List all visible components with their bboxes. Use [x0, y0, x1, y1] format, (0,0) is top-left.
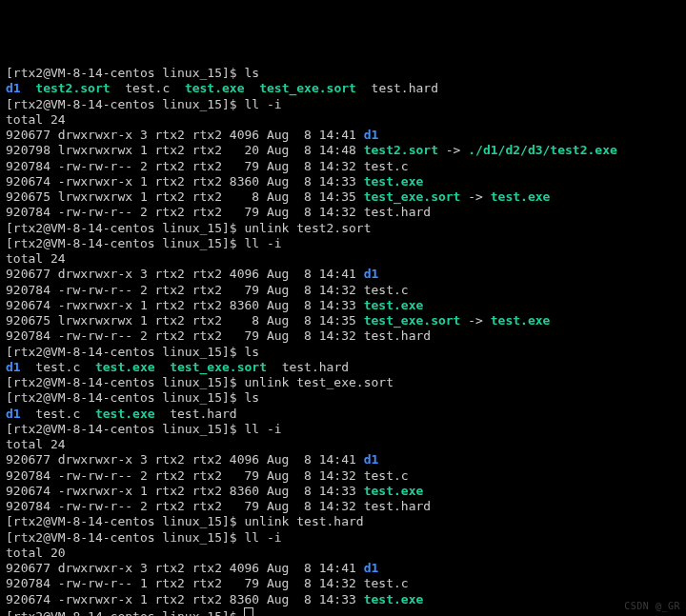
file-test-exe: test.exe — [364, 298, 424, 312]
file-test-exe: test.exe — [95, 407, 155, 421]
dir-d1: d1 — [6, 360, 21, 374]
prompt: [rtx2@VM-8-14-centos linux_15]$ — [6, 221, 244, 235]
file-test-exe-sort: test_exe.sort — [364, 313, 461, 328]
symlink-target-testexe: test.exe — [491, 313, 551, 328]
terminal[interactable]: [rtx2@VM-8-14-centos linux_15]$ ls d1 te… — [6, 66, 680, 616]
cmd: unlink test.hard — [244, 514, 363, 528]
file-test-hard: test.hard — [364, 205, 431, 219]
prompt: [rtx2@VM-8-14-centos linux_15]$ — [6, 390, 244, 405]
file-test-hard: test.hard — [170, 407, 236, 421]
prompt: [rtx2@VM-8-14-centos linux_15]$ — [6, 530, 244, 545]
file-test-hard: test.hard — [372, 81, 438, 95]
file-test-hard: test.hard — [364, 499, 431, 513]
symlink-target-test2: ./d1/d2/d3/test2.exe — [468, 143, 617, 157]
prompt: [rtx2@VM-8-14-centos linux_15]$ — [6, 422, 244, 436]
file-test-hard: test.hard — [364, 328, 431, 343]
cmd: ls — [244, 390, 259, 405]
cmd: ll -i — [244, 97, 281, 111]
file-test-exe: test.exe — [364, 484, 424, 498]
file-test-c: test.c — [125, 81, 170, 95]
dir-d1: d1 — [364, 128, 379, 142]
file-test-exe: test.exe — [364, 174, 424, 189]
file-test-exe-sort: test_exe.sort — [364, 189, 461, 204]
cmd: unlink test2.sort — [244, 221, 371, 235]
total: total 24 — [6, 112, 66, 127]
file-test2-sort: test2.sort — [364, 143, 438, 157]
dir-d1: d1 — [364, 561, 379, 575]
cmd: ll -i — [244, 530, 281, 545]
prompt: [rtx2@VM-8-14-centos linux_15]$ — [6, 609, 244, 616]
watermark: CSDN @_GR — [624, 601, 680, 613]
cmd: unlink test_exe.sort — [244, 375, 393, 389]
file-test2-sort: test2.sort — [35, 81, 110, 95]
dir-d1: d1 — [364, 267, 379, 281]
file-test-hard: test.hard — [282, 360, 349, 374]
dir-d1: d1 — [364, 452, 379, 467]
file-test-exe-sort: test_exe.sort — [170, 360, 267, 374]
file-test-exe: test.exe — [185, 81, 245, 95]
prompt: [rtx2@VM-8-14-centos linux_15]$ — [6, 345, 244, 359]
total: total 24 — [6, 437, 66, 451]
cmd: ls — [244, 66, 259, 80]
file-test-c: test.c — [35, 360, 80, 374]
file-test-c: test.c — [364, 468, 409, 483]
file-test-c: test.c — [364, 159, 409, 173]
dir-d1: d1 — [6, 81, 21, 95]
cmd: ll -i — [244, 236, 281, 250]
total: total 20 — [6, 546, 66, 560]
cmd: ll -i — [244, 422, 281, 436]
file-test-c: test.c — [35, 407, 80, 421]
cmd: ls — [244, 345, 259, 359]
file-test-exe: test.exe — [364, 592, 424, 606]
file-test-c: test.c — [364, 283, 409, 297]
prompt: [rtx2@VM-8-14-centos linux_15]$ — [6, 66, 244, 80]
prompt: [rtx2@VM-8-14-centos linux_15]$ — [6, 236, 244, 250]
total: total 24 — [6, 251, 66, 266]
prompt: [rtx2@VM-8-14-centos linux_15]$ — [6, 514, 244, 528]
file-test-c: test.c — [364, 576, 409, 590]
file-test-exe: test.exe — [95, 360, 155, 374]
prompt: [rtx2@VM-8-14-centos linux_15]$ — [6, 375, 244, 389]
cursor-icon — [244, 607, 253, 616]
file-test-exe-sort: test_exe.sort — [259, 81, 356, 95]
dir-d1: d1 — [6, 407, 21, 421]
symlink-target-testexe: test.exe — [491, 189, 551, 204]
prompt: [rtx2@VM-8-14-centos linux_15]$ — [6, 97, 244, 111]
